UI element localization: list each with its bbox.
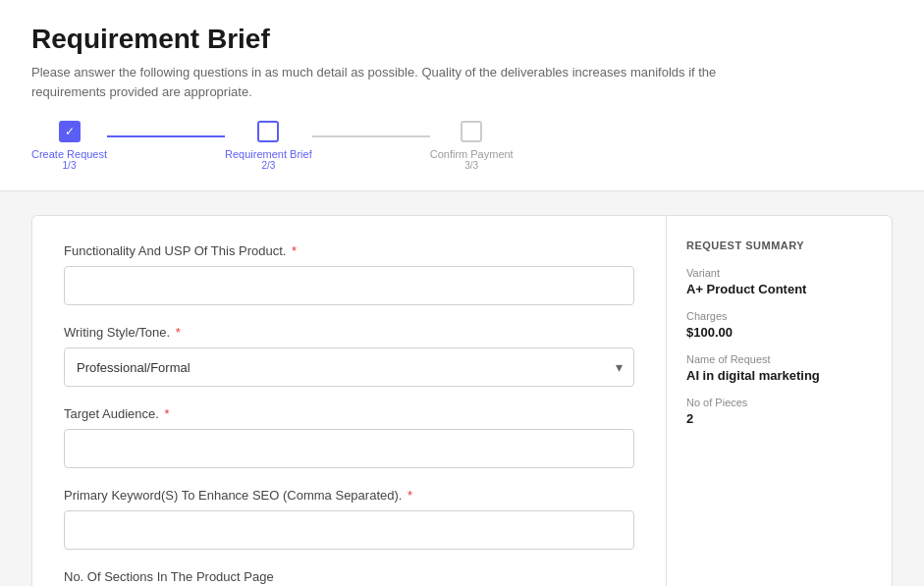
step-2-label: Requirement Brief <box>225 148 312 160</box>
stepper: ✓ Create Request 1/3 Requirement Brief 2… <box>31 121 893 171</box>
summary-key-charges: Charges <box>686 310 872 322</box>
required-marker-3: * <box>164 406 169 421</box>
input-target-audience[interactable] <box>64 429 634 468</box>
select-wrapper-writing-style: Professional/Formal Casual Formal Conver… <box>64 347 634 387</box>
step-2-sublabel: 2/3 <box>261 160 275 171</box>
step-3-sublabel: 3/3 <box>464 160 478 171</box>
page-header: Requirement Brief Please answer the foll… <box>0 0 924 191</box>
summary-title: REQUEST SUMMARY <box>686 240 872 251</box>
summary-value-pieces: 2 <box>686 411 872 426</box>
step-1-icon: ✓ <box>59 121 81 142</box>
label-functionality: Functionality And USP Of This Product. * <box>64 243 634 258</box>
form-group-functionality: Functionality And USP Of This Product. * <box>64 243 634 305</box>
summary-value-charges: $100.00 <box>686 325 872 340</box>
summary-row-charges: Charges $100.00 <box>686 310 872 340</box>
form-group-primary-keywords: Primary Keyword(S) To Enhance SEO (Comma… <box>64 488 634 550</box>
form-panel: Functionality And USP Of This Product. *… <box>31 215 667 586</box>
connector-1-2 <box>107 135 225 137</box>
required-marker-4: * <box>408 488 412 503</box>
summary-panel: REQUEST SUMMARY Variant A+ Product Conte… <box>667 215 893 586</box>
page-subtitle: Please answer the following questions in… <box>31 63 719 101</box>
page-title: Requirement Brief <box>31 24 893 55</box>
step-requirement-brief: Requirement Brief 2/3 <box>225 121 312 171</box>
step-1-label: Create Request <box>31 148 107 160</box>
required-marker-1: * <box>292 243 297 258</box>
summary-row-variant: Variant A+ Product Content <box>686 267 872 296</box>
summary-key-variant: Variant <box>686 267 872 279</box>
select-writing-style[interactable]: Professional/Formal Casual Formal Conver… <box>64 347 634 387</box>
label-target-audience: Target Audience. * <box>64 406 634 421</box>
input-functionality[interactable] <box>64 266 634 305</box>
step-3-icon <box>461 121 482 142</box>
summary-value-name: AI in digital marketing <box>686 368 872 383</box>
step-3-label: Confirm Payment <box>430 148 514 160</box>
main-content: Functionality And USP Of This Product. *… <box>0 191 924 586</box>
form-group-target-audience: Target Audience. * <box>64 406 634 468</box>
input-primary-keywords[interactable] <box>64 510 634 550</box>
label-sections: No. Of Sections In The Product Page <box>64 569 634 584</box>
summary-key-pieces: No of Pieces <box>686 397 872 408</box>
form-group-writing-style: Writing Style/Tone. * Professional/Forma… <box>64 325 634 387</box>
summary-key-name: Name of Request <box>686 353 872 365</box>
summary-value-variant: A+ Product Content <box>686 282 872 296</box>
step-2-icon <box>257 121 279 142</box>
label-writing-style: Writing Style/Tone. * <box>64 325 634 340</box>
step-1-sublabel: 1/3 <box>63 160 77 171</box>
required-marker-2: * <box>176 325 181 340</box>
connector-2-3 <box>312 135 430 137</box>
step-confirm-payment: Confirm Payment 3/3 <box>430 121 514 171</box>
summary-row-pieces: No of Pieces 2 <box>686 397 872 426</box>
step-create-request: ✓ Create Request 1/3 <box>31 121 107 171</box>
summary-row-name: Name of Request AI in digital marketing <box>686 353 872 383</box>
form-group-sections: No. Of Sections In The Product Page <box>64 569 634 586</box>
label-primary-keywords: Primary Keyword(S) To Enhance SEO (Comma… <box>64 488 634 503</box>
